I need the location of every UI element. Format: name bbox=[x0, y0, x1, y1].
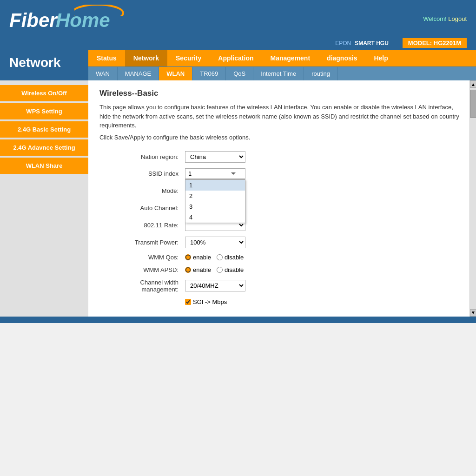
svg-text:Fiber: Fiber bbox=[9, 9, 58, 31]
nation-region-value-cell: China bbox=[183, 148, 465, 165]
welcome-area: Welcom! Logout bbox=[423, 15, 467, 22]
auto-channel-row: Auto Channel: bbox=[99, 199, 465, 217]
logout-link[interactable]: Logout bbox=[448, 15, 467, 22]
ssid-selected-value: 1 bbox=[188, 170, 192, 177]
nav-network[interactable]: Network bbox=[125, 50, 167, 66]
settings-form: Nation region: China SSID index bbox=[99, 148, 465, 308]
ssid-select-display[interactable]: 1 bbox=[185, 168, 245, 179]
scrollbar[interactable]: ▲ ▼ bbox=[469, 80, 476, 317]
nation-region-label: Nation region: bbox=[99, 148, 183, 165]
nav-management[interactable]: Management bbox=[262, 50, 319, 66]
model-bar: EPON SMART HGU MODEL: HG2201M bbox=[9, 36, 467, 50]
wmm-qos-radio-group: enable disable bbox=[185, 254, 463, 261]
subnav-wlan[interactable]: WLAN bbox=[159, 67, 192, 80]
wmm-apsd-disable-text: disable bbox=[225, 266, 244, 273]
ssid-index-label: SSID index bbox=[99, 165, 183, 182]
content-click-text: Click Save/Apply to configure the basic … bbox=[99, 134, 465, 141]
subnav-wan[interactable]: WAN bbox=[88, 67, 118, 80]
content-description: This page allows you to configure basic … bbox=[99, 103, 465, 130]
subnav-internet-time[interactable]: Internet Time bbox=[253, 67, 304, 80]
page-title: Network bbox=[0, 50, 88, 80]
wmm-apsd-radio-group: enable disable bbox=[185, 266, 463, 273]
mode-row: Mode: bbox=[99, 182, 465, 199]
transmit-power-value-cell: 100% 75% 50% 25% bbox=[183, 234, 465, 251]
wmm-qos-disable-text: disable bbox=[225, 254, 244, 261]
wmm-qos-disable-label[interactable]: disable bbox=[217, 254, 244, 261]
sgi-label-cell bbox=[99, 296, 183, 308]
channel-width-label: Channel width management: bbox=[99, 276, 183, 296]
ssid-index-row: SSID index 1 1 bbox=[99, 165, 465, 182]
sidebar-item-2g-advanced[interactable]: 2.4G Adavnce Setting bbox=[0, 139, 88, 156]
subnav-manage[interactable]: MANAGE bbox=[118, 67, 159, 80]
wmm-apsd-enable-label[interactable]: enable bbox=[185, 266, 211, 273]
sub-nav: WAN MANAGE WLAN TR069 QoS Internet Time … bbox=[88, 66, 476, 80]
ssid-option-3[interactable]: 3 bbox=[185, 201, 245, 212]
scroll-thumb[interactable] bbox=[470, 90, 476, 118]
epon-label: EPON bbox=[335, 40, 351, 46]
wmm-apsd-disable-radio[interactable] bbox=[217, 267, 223, 273]
welcome-text: Welcom! bbox=[423, 15, 446, 22]
sgi-row: SGI -> Mbps bbox=[99, 296, 465, 308]
nation-region-select[interactable]: China bbox=[185, 151, 245, 163]
wmm-qos-enable-label[interactable]: enable bbox=[185, 254, 211, 261]
channel-width-select[interactable]: 20/40MHZ 20MHZ 40MHZ bbox=[185, 280, 245, 291]
bottom-bar bbox=[0, 317, 476, 323]
sgi-label[interactable]: SGI -> Mbps bbox=[185, 298, 463, 305]
model-box: MODEL: HG2201M bbox=[403, 38, 467, 48]
sgi-checkbox[interactable] bbox=[185, 299, 191, 305]
subnav-routing[interactable]: routing bbox=[304, 67, 338, 80]
ssid-option-2[interactable]: 2 bbox=[185, 191, 245, 201]
wmm-qos-enable-text: enable bbox=[193, 254, 211, 261]
ssid-index-value-cell: 1 1 2 3 4 bbox=[183, 165, 465, 182]
wmm-apsd-disable-label[interactable]: disable bbox=[217, 266, 244, 273]
channel-width-row: Channel width management: 20/40MHZ 20MHZ… bbox=[99, 276, 465, 296]
channel-width-value-cell: 20/40MHZ 20MHZ 40MHZ bbox=[183, 276, 465, 296]
nav-diagnosis[interactable]: diagnosis bbox=[318, 50, 365, 66]
model-value: HG2201M bbox=[434, 40, 461, 46]
sidebar-item-wireless-on-off[interactable]: Wireless On/Off bbox=[0, 85, 88, 101]
nav-help[interactable]: Help bbox=[365, 50, 396, 66]
ssid-option-4[interactable]: 4 bbox=[185, 212, 245, 223]
transmit-power-select[interactable]: 100% 75% 50% 25% bbox=[185, 237, 245, 248]
auto-channel-label: Auto Channel: bbox=[99, 199, 183, 217]
wmm-apsd-row: WMM APSD: enable disable bbox=[99, 264, 465, 276]
wmm-apsd-label: WMM APSD: bbox=[99, 264, 183, 276]
scroll-up-button[interactable]: ▲ bbox=[470, 80, 476, 88]
sgi-value-cell: SGI -> Mbps bbox=[183, 296, 465, 308]
wmm-qos-value-cell: enable disable bbox=[183, 251, 465, 264]
sgi-text: SGI -> Mbps bbox=[193, 298, 227, 305]
smart-hgu-label: SMART HGU bbox=[355, 40, 389, 46]
ssid-options-list: 1 2 3 4 bbox=[185, 179, 245, 223]
ssid-dropdown-arrow-icon bbox=[231, 172, 236, 175]
nav-security[interactable]: Security bbox=[167, 50, 210, 66]
wmm-qos-enable-radio[interactable] bbox=[185, 254, 191, 260]
transmit-power-row: Transmit Power: 100% 75% 50% 25% bbox=[99, 234, 465, 251]
sidebar-item-wps-setting[interactable]: WPS Setting bbox=[0, 103, 88, 119]
rate-label: 802.11 Rate: bbox=[99, 217, 183, 234]
nav-application[interactable]: Application bbox=[210, 50, 262, 66]
wmm-qos-label: WMM Qos: bbox=[99, 251, 183, 264]
wmm-apsd-enable-text: enable bbox=[193, 266, 211, 273]
sidebar-item-wlan-share[interactable]: WLAN Share bbox=[0, 158, 88, 174]
ssid-dropdown[interactable]: 1 1 2 3 4 bbox=[185, 168, 245, 179]
nav-status[interactable]: Status bbox=[88, 50, 125, 66]
ssid-select-header[interactable]: 1 bbox=[185, 169, 245, 179]
channel-width-label-text2: management: bbox=[101, 286, 178, 293]
main-nav: Status Network Security Application Mana… bbox=[88, 50, 476, 66]
transmit-power-label: Transmit Power: bbox=[99, 234, 183, 251]
sidebar-item-2g-basic[interactable]: 2.4G Basic Setting bbox=[0, 121, 88, 138]
subnav-qos[interactable]: QoS bbox=[226, 67, 253, 80]
content-title: Wireless--Basic bbox=[99, 89, 465, 98]
nation-region-row: Nation region: China bbox=[99, 148, 465, 165]
sidebar: Wireless On/Off WPS Setting 2.4G Basic S… bbox=[0, 80, 88, 317]
wmm-qos-row: WMM Qos: enable disable bbox=[99, 251, 465, 264]
channel-width-label-text: Channel width bbox=[101, 279, 178, 286]
wmm-apsd-enable-radio[interactable] bbox=[185, 267, 191, 273]
model-label: MODEL: bbox=[408, 40, 432, 46]
subnav-tr069[interactable]: TR069 bbox=[192, 67, 226, 80]
logo: Fiber Home bbox=[9, 5, 130, 33]
ssid-option-1[interactable]: 1 bbox=[185, 180, 245, 191]
rate-row: 802.11 Rate: bbox=[99, 217, 465, 234]
wmm-qos-disable-radio[interactable] bbox=[217, 254, 223, 260]
scroll-down-button[interactable]: ▼ bbox=[470, 309, 476, 317]
